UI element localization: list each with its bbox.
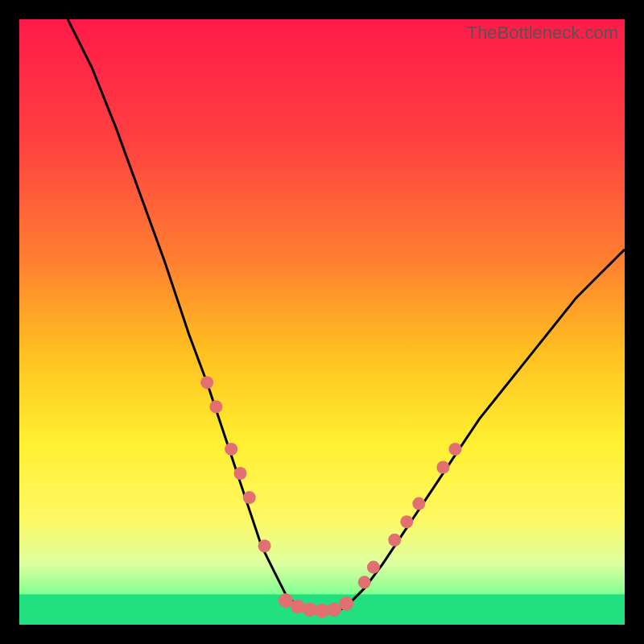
data-dot: [243, 491, 256, 504]
data-dot: [436, 460, 449, 473]
data-dot: [200, 376, 213, 389]
data-dot: [448, 443, 461, 456]
data-dot: [209, 400, 222, 413]
data-dot: [388, 534, 401, 547]
data-dot: [412, 497, 425, 510]
chart-container: TheBottleneck.com: [0, 0, 644, 644]
data-dot: [400, 515, 413, 528]
data-dot: [339, 597, 353, 611]
chart-svg: [19, 19, 625, 625]
watermark-text: TheBottleneck.com: [467, 23, 618, 43]
data-dot: [225, 443, 237, 456]
plot-area: TheBottleneck.com: [19, 19, 625, 625]
data-dot: [233, 467, 246, 480]
data-dot: [358, 576, 371, 588]
data-dot: [291, 599, 305, 613]
data-dot: [258, 539, 271, 552]
data-dot: [367, 561, 380, 574]
